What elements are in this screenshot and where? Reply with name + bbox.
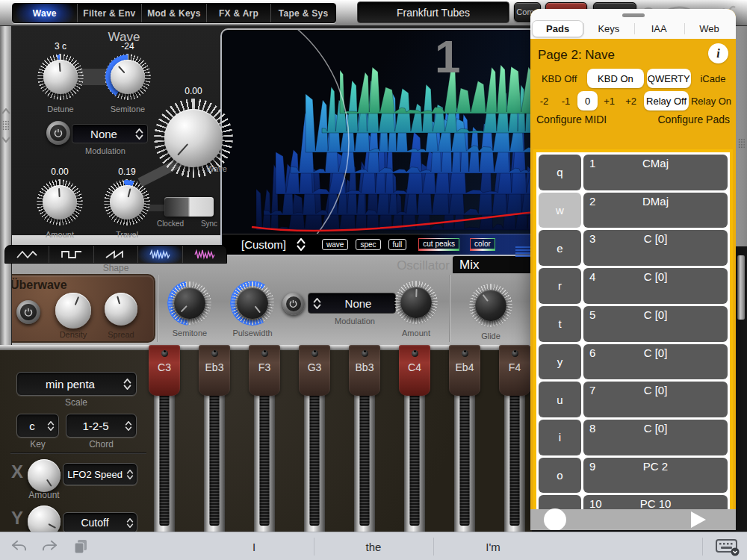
tab-fx-arp[interactable]: FX & Arp <box>206 4 271 22</box>
osc-modulation-select[interactable]: None <box>308 293 396 314</box>
redo-icon[interactable] <box>42 539 58 554</box>
spec-view-button[interactable]: spec <box>356 239 380 250</box>
drag-handle[interactable] <box>622 13 645 17</box>
key-select[interactable]: c <box>16 414 59 438</box>
pad-button[interactable]: 1 CMaj <box>583 155 728 190</box>
key-slider[interactable]: C4 <box>398 345 431 532</box>
key-slider[interactable]: F3 <box>248 345 281 532</box>
pad-button[interactable]: 4 C [0] <box>583 268 728 304</box>
key-slider[interactable]: F4 <box>498 345 531 532</box>
octave-plus2-button[interactable]: +2 <box>621 91 641 111</box>
qwerty-button[interactable]: QWERTY <box>647 69 691 88</box>
scale-select[interactable]: min penta <box>16 372 137 396</box>
dismiss-keyboard-icon[interactable] <box>716 538 740 556</box>
pad-button[interactable]: 3 C [0] <box>583 230 728 266</box>
key-strap[interactable]: Eb4 <box>449 345 480 396</box>
slider-rail[interactable] <box>154 373 175 532</box>
key-strap[interactable]: Eb3 <box>199 345 230 396</box>
record-button[interactable] <box>544 508 566 530</box>
key-strap[interactable]: F4 <box>499 345 530 396</box>
octave-minus2-button[interactable]: -2 <box>534 91 554 111</box>
wave-amount-knob[interactable]: 0.00 Amount <box>37 179 83 225</box>
clocked-sync-switch[interactable] <box>164 197 214 217</box>
pad-key-button[interactable]: u <box>539 382 581 417</box>
glide-knob[interactable]: Glide <box>469 284 512 327</box>
pad-key-button[interactable]: y <box>539 344 581 380</box>
wave-modulation-select[interactable]: None <box>72 124 148 143</box>
pad-button[interactable]: 7 C [0] <box>583 382 728 417</box>
overlay-tab-iaa[interactable]: IAA <box>634 20 684 37</box>
slider-rail[interactable] <box>304 373 325 532</box>
key-strap[interactable]: C4 <box>399 345 430 396</box>
relay-off-button[interactable]: Relay Off <box>644 91 689 111</box>
full-view-button[interactable]: full <box>388 239 407 250</box>
chevron-up-icon[interactable] <box>1 108 10 114</box>
key-slider[interactable]: G3 <box>298 345 331 532</box>
shape-noise-button[interactable] <box>137 246 182 263</box>
pad-key-button[interactable]: i <box>539 420 581 455</box>
key-strap[interactable]: G3 <box>299 345 330 396</box>
overlay-tab-web[interactable]: Web <box>684 20 734 37</box>
key-slider[interactable]: C3 <box>148 345 181 532</box>
octave-zero-button[interactable]: 0 <box>577 91 598 111</box>
info-icon[interactable]: i <box>708 43 728 63</box>
detune-knob[interactable]: 3 c Detune <box>37 54 84 100</box>
chevron-down-icon[interactable] <box>1 137 10 143</box>
key-slider[interactable]: Eb4 <box>448 345 481 532</box>
key-strap[interactable]: F3 <box>249 345 280 396</box>
tab-mod-keys[interactable]: Mod & Keys <box>141 4 206 22</box>
tab-tape-sys[interactable]: Tape & Sys <box>270 4 335 22</box>
osc-semitone-knob[interactable]: Semitone <box>169 282 211 324</box>
slider-rail[interactable] <box>204 373 225 532</box>
paste-icon[interactable] <box>73 538 88 555</box>
tab-filter-env[interactable]: Filter & Env <box>77 4 142 22</box>
key-strap[interactable]: Bb3 <box>349 345 380 396</box>
slider-rail[interactable] <box>354 373 375 532</box>
chord-select[interactable]: 1-2-5 <box>66 414 137 438</box>
shape-colored-noise-button[interactable] <box>182 246 226 263</box>
edge-fader[interactable] <box>737 255 745 320</box>
slider-rail[interactable] <box>404 373 425 532</box>
kbd-off-button[interactable]: KBD Off <box>534 69 584 88</box>
suggestion-3[interactable]: I'm <box>463 532 523 560</box>
osc-pulsewidth-knob[interactable]: Pulsewidth <box>232 282 273 324</box>
preset-name-display[interactable]: Frankfurt Tubes <box>357 1 509 23</box>
suggestion-1[interactable]: I <box>224 532 284 560</box>
pad-key-button[interactable]: w <box>539 193 581 228</box>
density-knob[interactable] <box>54 291 93 330</box>
pad-key-button[interactable]: e <box>539 230 581 266</box>
shape-saw-button[interactable] <box>93 246 137 263</box>
spread-knob[interactable] <box>103 291 139 327</box>
configure-midi-link[interactable]: Configure MIDI <box>536 113 607 125</box>
pad-button[interactable]: 9 PC 2 <box>583 458 728 494</box>
wavetable-preset-select[interactable]: [Custom] <box>241 238 286 251</box>
color-button[interactable]: color <box>470 238 495 251</box>
osc-modulation-power-button[interactable] <box>282 293 305 315</box>
pad-button[interactable]: 8 C [0] <box>583 420 728 455</box>
pad-key-button[interactable]: q <box>539 155 581 190</box>
slider-rail[interactable] <box>454 373 475 532</box>
slider-rail[interactable] <box>504 373 525 532</box>
y-target-select[interactable]: Cutoff <box>63 512 137 533</box>
pad-key-button[interactable]: r <box>539 268 581 304</box>
suggestion-2[interactable]: the <box>344 532 403 560</box>
shape-triangle-button[interactable] <box>5 246 49 263</box>
pad-key-button[interactable]: t <box>539 306 581 342</box>
pad-button[interactable]: 6 C [0] <box>583 344 728 380</box>
shape-square-button[interactable] <box>49 246 93 263</box>
kbd-on-button[interactable]: KBD On <box>587 69 643 88</box>
icade-button[interactable]: iCade <box>694 69 732 88</box>
octave-plus1-button[interactable]: +1 <box>599 91 619 111</box>
osc-amount-knob[interactable]: Amount <box>394 281 438 324</box>
pad-key-button[interactable]: o <box>539 458 581 494</box>
pad-button[interactable]: 2 DMaj <box>583 193 728 228</box>
slider-rail[interactable] <box>254 373 275 532</box>
overlay-tab-keys[interactable]: Keys <box>583 20 633 37</box>
key-slider[interactable]: Eb3 <box>198 345 231 532</box>
tab-wave[interactable]: Wave <box>13 4 77 22</box>
octave-minus1-button[interactable]: -1 <box>556 91 576 111</box>
travel-knob[interactable]: 0.19 Travel <box>104 179 150 225</box>
left-scroll-strip[interactable] <box>0 26 12 345</box>
relay-on-button[interactable]: Relay On <box>690 91 732 111</box>
undo-icon[interactable] <box>10 539 27 554</box>
